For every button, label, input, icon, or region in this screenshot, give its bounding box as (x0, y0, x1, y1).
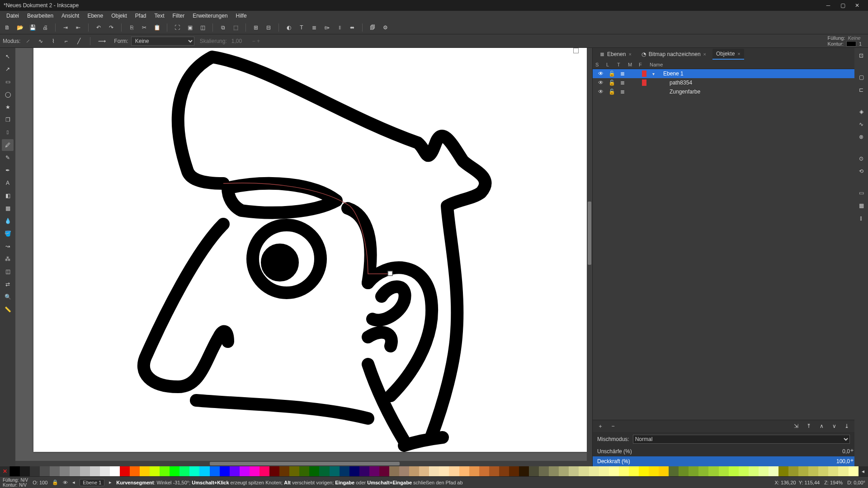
mode-sequence-icon[interactable]: ⟿ (97, 36, 107, 46)
text-dialog-icon[interactable]: T (297, 23, 306, 32)
color-swatch[interactable] (220, 466, 230, 476)
tab-ebenen[interactable]: ≣ Ebenen × (596, 49, 635, 59)
mode-bezier-icon[interactable]: ⟋ (23, 36, 33, 46)
chevron-down-icon[interactable]: ▾ (650, 71, 657, 76)
color-swatch[interactable] (838, 466, 848, 476)
color-swatch[interactable] (769, 466, 778, 476)
color-swatch[interactable] (669, 466, 679, 476)
color-swatch[interactable] (140, 466, 150, 476)
tab-bitmap[interactable]: ◔ Bitmap nachzeichnen × (638, 49, 710, 59)
snap-bbox-icon[interactable]: ▢ (856, 72, 866, 82)
color-swatch[interactable] (160, 466, 170, 476)
align-dialog-icon[interactable]: ⫴ (335, 23, 344, 32)
mode-straight-icon[interactable]: ╱ (74, 36, 84, 46)
plus-icon[interactable]: + (850, 447, 854, 454)
menu-bearbeiten[interactable]: Bearbeiten (24, 12, 57, 20)
color-swatch[interactable] (629, 466, 639, 476)
eye-icon[interactable]: 👁 (63, 480, 68, 485)
redo-icon[interactable]: ↷ (107, 23, 116, 32)
snap-center-icon[interactable]: ⊙ (856, 154, 866, 164)
save-icon[interactable]: 💾 (28, 23, 37, 32)
maximize-button[interactable]: ▢ (835, 0, 850, 11)
color-swatch[interactable] (449, 466, 459, 476)
menu-datei[interactable]: Datei (3, 12, 23, 20)
mode-paraxial-icon[interactable]: ⌐ (61, 36, 71, 46)
blur-slider[interactable]: Unschärfe (%) 0,0 + (593, 446, 854, 456)
color-swatch[interactable] (549, 466, 559, 476)
zoom-tool-icon[interactable]: 🔍 (2, 291, 14, 303)
gradient-tool-icon[interactable]: ◧ (2, 190, 14, 202)
color-swatch[interactable] (569, 466, 579, 476)
color-swatch[interactable] (230, 466, 240, 476)
spray-tool-icon[interactable]: ⁂ (2, 253, 14, 265)
color-swatch[interactable] (589, 466, 599, 476)
color-swatch[interactable] (80, 466, 90, 476)
color-swatch[interactable] (319, 466, 329, 476)
node-tool-icon[interactable]: ↗ (2, 63, 14, 75)
color-swatch[interactable] (130, 466, 140, 476)
color-swatch[interactable] (269, 466, 279, 476)
form-select[interactable]: Keine (131, 37, 194, 46)
color-swatch[interactable] (40, 466, 50, 476)
snap-page-icon[interactable]: ▭ (856, 188, 866, 198)
spiral-tool-icon[interactable]: 𖦹 (2, 127, 14, 138)
color-swatch[interactable] (659, 466, 669, 476)
color-swatch[interactable] (120, 466, 130, 476)
dropper-tool-icon[interactable]: 💧 (2, 215, 14, 227)
color-swatch[interactable] (259, 466, 269, 476)
zoom-drawing-icon[interactable]: ◫ (198, 23, 207, 32)
close-icon[interactable]: × (737, 51, 740, 56)
import-icon[interactable]: ⇥ (61, 23, 70, 32)
3dbox-tool-icon[interactable]: ❒ (2, 114, 14, 126)
ellipse-tool-icon[interactable]: ◯ (2, 89, 14, 100)
document-page[interactable] (33, 48, 587, 452)
color-swatch[interactable] (439, 466, 449, 476)
star-tool-icon[interactable]: ★ (2, 101, 14, 113)
color-swatch[interactable] (50, 466, 60, 476)
color-swatch[interactable] (340, 466, 349, 476)
color-swatch[interactable] (818, 466, 828, 476)
color-swatch[interactable] (639, 466, 649, 476)
object-row-path8354[interactable]: 👁 🔓 ≣ path8354 (593, 78, 854, 87)
color-swatch[interactable] (170, 466, 179, 476)
canvas[interactable] (15, 48, 592, 461)
color-swatch[interactable] (30, 466, 40, 476)
eye-icon[interactable]: 👁 (595, 70, 606, 77)
color-swatch[interactable] (689, 466, 698, 476)
move-top-icon[interactable]: ⤒ (805, 422, 813, 430)
color-swatch[interactable] (399, 466, 409, 476)
color-swatch[interactable] (289, 466, 299, 476)
duplicate-icon[interactable]: ⧉ (218, 23, 227, 32)
color-swatch[interactable] (579, 466, 589, 476)
vertical-scrollbar[interactable] (587, 48, 592, 461)
text-tool-icon[interactable]: A (2, 177, 14, 189)
palette-menu-icon[interactable]: ◂ (858, 466, 868, 476)
tweak-tool-icon[interactable]: ↝ (2, 240, 14, 252)
remove-layer-icon[interactable]: − (609, 422, 617, 430)
color-swatch[interactable] (90, 466, 100, 476)
close-button[interactable]: ✕ (850, 0, 864, 11)
export-icon[interactable]: ⇤ (74, 23, 83, 32)
color-swatch[interactable] (429, 466, 439, 476)
color-swatch[interactable] (250, 466, 259, 476)
snap-guide-icon[interactable]: ⫿ (856, 213, 866, 223)
cut-icon[interactable]: ✂ (140, 23, 149, 32)
menu-hilfe[interactable]: Hilfe (232, 12, 250, 20)
color-swatch[interactable] (729, 466, 739, 476)
zoom-fit-icon[interactable]: ⛶ (173, 23, 182, 32)
preferences-icon[interactable]: ⚙ (381, 23, 390, 32)
color-swatch[interactable] (788, 466, 798, 476)
undo-icon[interactable]: ↶ (94, 23, 103, 32)
color-swatch[interactable] (559, 466, 569, 476)
status-layer[interactable]: Ebene 1 (80, 479, 104, 486)
color-swatch[interactable] (529, 466, 539, 476)
zoom-page-icon[interactable]: ▣ (185, 23, 194, 32)
color-swatch[interactable] (778, 466, 788, 476)
color-swatch[interactable] (369, 466, 379, 476)
color-swatch[interactable] (599, 466, 609, 476)
color-swatch[interactable] (459, 466, 469, 476)
color-swatch[interactable] (150, 466, 160, 476)
new-doc-icon[interactable]: 🗎 (3, 23, 12, 32)
move-up-icon[interactable]: ∧ (817, 422, 826, 430)
status-rotation[interactable]: D: 0,00° (847, 480, 865, 485)
